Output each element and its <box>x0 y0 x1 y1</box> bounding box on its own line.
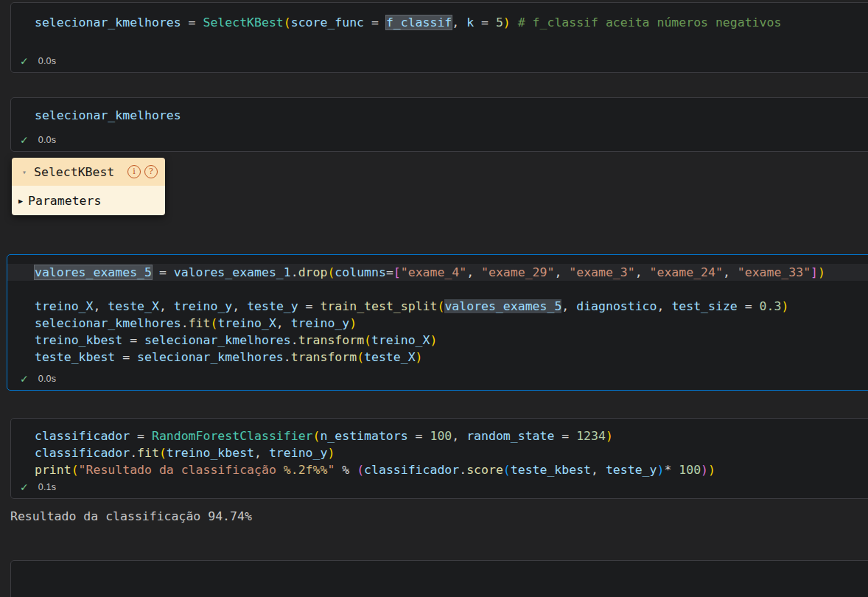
code-token: = <box>122 333 144 347</box>
code-token: ( <box>357 350 364 364</box>
code-token: # f_classif aceita números negativos <box>518 15 782 29</box>
code-token: ) <box>503 15 511 29</box>
code-token: "exame_4" <box>401 265 466 279</box>
code-token: score_func <box>291 15 364 29</box>
code-token: , <box>561 299 576 313</box>
notebook-cell[interactable]: selecionar_kmelhores = SelectKBest(score… <box>10 2 868 73</box>
code-token: teste_y <box>247 299 298 313</box>
code-token: f_classif <box>386 15 452 29</box>
code-token: = <box>298 299 321 313</box>
code-token: "Resultado da classificação <box>79 463 284 477</box>
tooltip-section-row[interactable]: ▶ Parameters <box>12 186 165 215</box>
success-check-icon: ✓ <box>20 55 29 67</box>
execution-duration: 0.0s <box>38 374 56 384</box>
code-area[interactable]: valores_exames_5 = valores_exames_1.drop… <box>7 255 868 366</box>
code-token: RandomForestClassifier <box>152 429 313 443</box>
code-token: , <box>254 446 269 460</box>
code-token: ) <box>701 463 708 477</box>
code-token: fit <box>137 446 159 460</box>
cell-status-bar: ✓ 0.0s <box>20 373 56 385</box>
code-token: diagnostico <box>576 299 657 313</box>
code-token: treino_X <box>35 299 93 313</box>
code-token: %.2f <box>284 463 313 477</box>
code-token: treino_kbest <box>35 333 122 347</box>
success-check-icon: ✓ <box>20 481 29 493</box>
code-token: = <box>115 350 137 364</box>
code-token: = <box>386 265 393 279</box>
code-token: , <box>452 15 466 29</box>
code-line[interactable]: print("Resultado da classificação %.2f%%… <box>11 461 868 478</box>
tooltip-header[interactable]: ▾ SelectKBest i ? <box>12 158 165 186</box>
code-token: ( <box>357 463 364 477</box>
tooltip-title: SelectKBest <box>34 165 114 179</box>
code-token: ) <box>781 299 788 313</box>
code-token: ) <box>818 265 825 279</box>
code-token: teste_X <box>364 350 416 364</box>
code-token: fit <box>189 316 211 330</box>
collapse-caret-icon[interactable]: ▾ <box>22 168 27 176</box>
code-line[interactable]: selecionar_kmelhores <box>11 107 868 124</box>
code-token: ] <box>811 265 818 279</box>
code-token: = <box>181 15 203 29</box>
cell-status-bar: ✓ 0.0s <box>20 134 56 146</box>
code-line[interactable]: selecionar_kmelhores = SelectKBest(score… <box>11 14 868 31</box>
code-line[interactable]: treino_X, teste_X, treino_y, teste_y = t… <box>7 298 868 315</box>
code-token: ( <box>284 15 291 29</box>
code-token: teste_kbest <box>35 350 115 364</box>
code-token: train_test_split <box>321 299 438 313</box>
code-token: ( <box>210 316 217 330</box>
code-token: , <box>723 265 738 279</box>
tooltip-section-label: Parameters <box>28 194 101 208</box>
code-token: classificador <box>364 463 459 477</box>
execution-duration: 0.0s <box>38 56 56 66</box>
code-token: selecionar_kmelhores <box>35 15 181 29</box>
code-token: 0.3 <box>760 299 782 313</box>
code-area[interactable]: classificador = RandomForestClassifier(n… <box>11 419 868 478</box>
code-token: valores_exames_1 <box>174 265 291 279</box>
code-token: test_size <box>671 299 737 313</box>
code-token: selecionar_kmelhores <box>35 316 181 330</box>
expand-caret-icon[interactable]: ▶ <box>18 197 23 205</box>
help-icon[interactable]: ? <box>144 165 158 178</box>
code-token: . <box>181 316 189 330</box>
code-token: . <box>459 463 466 477</box>
info-icon[interactable]: i <box>127 165 141 178</box>
code-token: teste_y <box>606 463 657 477</box>
code-token: classificador <box>35 429 130 443</box>
code-token: "exame_3" <box>569 265 634 279</box>
code-token: selecionar_kmelhores <box>137 350 284 364</box>
code-line[interactable] <box>7 281 868 298</box>
success-check-icon: ✓ <box>20 134 29 146</box>
notebook-cell-focused[interactable]: valores_exames_5 = valores_exames_1.drop… <box>7 254 868 391</box>
code-line[interactable]: selecionar_kmelhores.fit(treino_X, trein… <box>7 315 868 332</box>
code-token: teste_X <box>108 299 159 313</box>
code-token: transform <box>298 333 364 347</box>
code-token: = <box>738 299 760 313</box>
code-line[interactable]: classificador = RandomForestClassifier(n… <box>11 427 868 444</box>
cell-status-bar: ✓ 0.0s <box>20 55 56 67</box>
notebook-cell[interactable] <box>10 560 868 597</box>
notebook-cell[interactable]: selecionar_kmelhores ✓ 0.0s <box>10 97 868 152</box>
code-token: selecionar_kmelhores <box>144 333 291 347</box>
code-area[interactable] <box>11 561 868 570</box>
code-area[interactable]: selecionar_kmelhores <box>11 98 868 124</box>
code-area[interactable]: selecionar_kmelhores = SelectKBest(score… <box>11 3 868 31</box>
notebook-cell[interactable]: classificador = RandomForestClassifier(n… <box>10 418 868 499</box>
code-token: . <box>284 350 291 364</box>
code-line[interactable]: classificador.fit(treino_kbest, treino_y… <box>11 444 868 461</box>
code-token: ) <box>708 463 715 477</box>
code-token: * <box>664 463 679 477</box>
code-line[interactable]: treino_kbest = selecionar_kmelhores.tran… <box>7 332 868 349</box>
code-token: k <box>466 15 474 29</box>
code-token: " <box>327 463 335 477</box>
code-token: n_estimators <box>320 429 407 443</box>
code-token: , <box>276 316 291 330</box>
code-token: ( <box>327 265 335 279</box>
code-line[interactable]: valores_exames_5 = valores_exames_1.drop… <box>7 264 868 281</box>
code-token: random_state <box>466 429 554 443</box>
code-token: selecionar_kmelhores <box>35 108 181 122</box>
code-token: treino_kbest <box>167 446 254 460</box>
code-token: , <box>591 463 606 477</box>
code-token <box>511 15 518 29</box>
code-line[interactable]: teste_kbest = selecionar_kmelhores.trans… <box>7 349 868 366</box>
